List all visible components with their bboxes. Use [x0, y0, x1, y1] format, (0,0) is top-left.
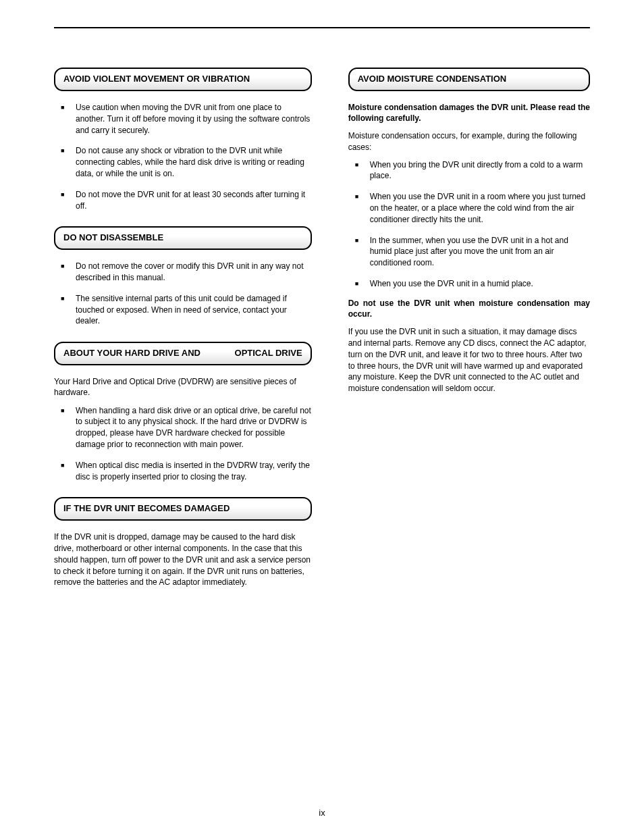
moisture-header: AVOID MOISTURE CONDENSATION [348, 68, 590, 91]
list-item: When optical disc media is inserted in t… [61, 460, 312, 483]
list-item: In the summer, when you use the DVR unit… [355, 235, 590, 269]
about-drive-list: When handling a hard disk drive or an op… [54, 405, 312, 483]
right-column: AVOID MOISTURE CONDENSATION Moisture con… [348, 53, 590, 588]
do-not-disassemble-list: Do not remove the cover or modify this D… [54, 261, 312, 327]
columns: AVOID VIOLENT MOVEMENT OR VIBRATION Use … [54, 53, 590, 588]
about-drive-header: ABOUT YOUR HARD DRIVE AND OPTICAL DRIVE [54, 342, 312, 365]
avoid-movement-header: AVOID VIOLENT MOVEMENT OR VIBRATION [54, 68, 312, 91]
moisture-intro: Moisture condensation occurs, for exampl… [348, 130, 590, 152]
list-item: The sensitive internal parts of this uni… [61, 293, 312, 327]
moisture-list: When you bring the DVR unit directly fro… [348, 159, 590, 290]
list-item: When you use the DVR unit in a room wher… [355, 191, 590, 225]
moisture-warn: Do not use the DVR unit when moisture co… [348, 298, 590, 319]
about-drive-intro: Your Hard Drive and Optical Drive (DVDRW… [54, 376, 312, 398]
list-item: Do not cause any shock or vibration to t… [61, 145, 312, 179]
if-damaged-header: IF THE DVR UNIT BECOMES DAMAGED [54, 497, 312, 521]
page-rule [54, 27, 590, 28]
list-item: When handling a hard disk drive or an op… [61, 405, 312, 450]
list-item: Do not move the DVR unit for at least 30… [61, 189, 312, 212]
do-not-disassemble-header: DO NOT DISASSEMBLE [54, 226, 312, 250]
list-item: When you use the DVR unit in a humid pla… [355, 278, 590, 290]
moisture-lead: Moisture condensation damages the DVR un… [348, 102, 590, 124]
if-damaged-text: If the DVR unit is dropped, damage may b… [54, 531, 312, 588]
list-item: When you bring the DVR unit directly fro… [355, 159, 590, 182]
avoid-movement-list: Use caution when moving the DVR unit fro… [54, 102, 312, 211]
list-item: Use caution when moving the DVR unit fro… [61, 102, 312, 136]
moisture-follow: If you use the DVR unit in such a situat… [348, 326, 590, 394]
page-number: ix [0, 808, 644, 818]
left-column: AVOID VIOLENT MOVEMENT OR VIBRATION Use … [54, 53, 312, 588]
list-item: Do not remove the cover or modify this D… [61, 261, 312, 284]
